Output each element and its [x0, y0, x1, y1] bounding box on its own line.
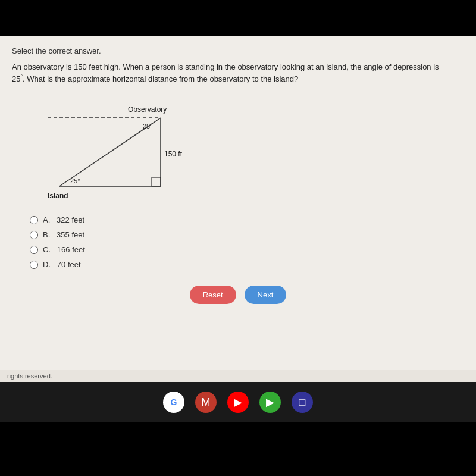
next-button[interactable]: Next	[245, 286, 287, 304]
taskbar-icon-google[interactable]: G	[163, 392, 184, 413]
button-row: Reset Next	[12, 275, 464, 310]
svg-text:Island: Island	[48, 192, 68, 200]
diagram-svg: Observatory 25° 150 ft 25° Island	[30, 94, 232, 207]
radio-b[interactable]	[30, 231, 38, 239]
answer-option-a[interactable]: A. 322 feet	[30, 215, 464, 224]
footer-text: rights reserved.	[7, 372, 52, 380]
taskbar-icon-gmail[interactable]: M	[195, 392, 217, 413]
answers-list: A. 322 feet B. 355 feet C. 166 feet D. 7…	[30, 215, 464, 269]
answer-option-c[interactable]: C. 166 feet	[30, 245, 464, 254]
answer-label-b: B. 355 feet	[43, 230, 84, 239]
instruction-text: Select the correct answer.	[12, 46, 464, 55]
reset-button[interactable]: Reset	[190, 286, 236, 304]
svg-text:25°: 25°	[143, 123, 153, 130]
taskbar-icon-app[interactable]: □	[292, 392, 313, 413]
svg-text:150 ft: 150 ft	[164, 150, 183, 158]
radio-a[interactable]	[30, 216, 38, 224]
answer-label-c: C. 166 feet	[43, 245, 85, 254]
radio-d[interactable]	[30, 261, 38, 269]
svg-text:Observatory: Observatory	[128, 105, 167, 114]
question-text: An observatory is 150 feet high. When a …	[12, 61, 440, 84]
taskbar-icon-play[interactable]: ▶	[259, 392, 281, 413]
taskbar-icon-youtube[interactable]: ▶	[227, 392, 249, 413]
diagram: Observatory 25° 150 ft 25° Island	[30, 94, 232, 207]
answer-label-d: D. 70 feet	[43, 260, 81, 269]
footer-bar: rights reserved.	[0, 370, 476, 382]
bottom-bar	[0, 422, 476, 476]
answer-option-d[interactable]: D. 70 feet	[30, 260, 464, 269]
radio-c[interactable]	[30, 246, 38, 254]
svg-rect-4	[152, 177, 161, 186]
svg-text:25°: 25°	[70, 177, 80, 184]
taskbar: G M ▶ ▶ □	[0, 382, 476, 422]
answer-label-a: A. 322 feet	[43, 215, 84, 224]
answer-option-b[interactable]: B. 355 feet	[30, 230, 464, 239]
